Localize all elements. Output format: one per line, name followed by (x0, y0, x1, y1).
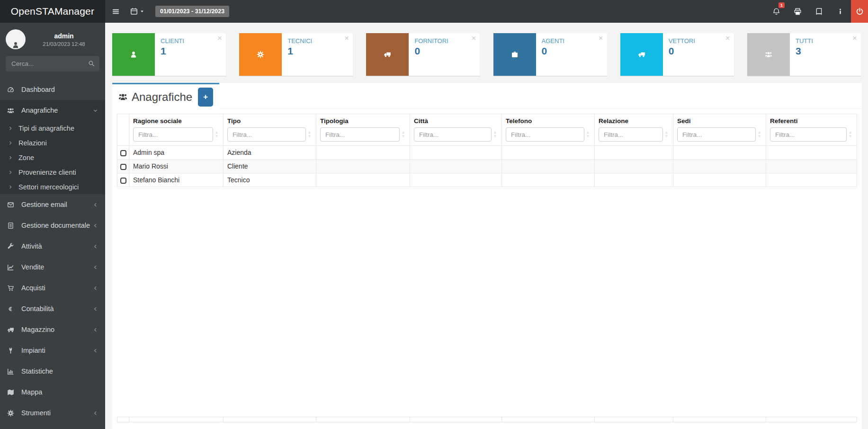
filter-input-relazione[interactable] (599, 127, 663, 142)
table-cell[interactable]: Tecnico (224, 173, 316, 187)
close-icon[interactable]: × (471, 34, 476, 43)
stat-card-tecnici[interactable]: TECNICI1× (239, 33, 353, 76)
sidebar-item-contabilita[interactable]: Contabilità (0, 298, 105, 319)
sort-carets-icon[interactable]: ▲▼ (492, 127, 499, 138)
stat-card-value: 0 (542, 45, 603, 57)
stat-card-fornitori[interactable]: FORNITORI0× (366, 33, 480, 76)
column-header-citta: Città▲▼ (410, 114, 502, 146)
column-header-referenti: Referenti▲▼ (766, 114, 857, 146)
table-row[interactable]: Mario RossiCliente (117, 160, 857, 173)
column-label: Sedi (677, 117, 763, 125)
table-cell[interactable] (502, 173, 595, 187)
sidebar-item-statistiche[interactable]: Statistiche (0, 361, 105, 382)
sort-carets-icon[interactable]: ▲▼ (584, 127, 591, 138)
filter-input-ragione-sociale[interactable] (133, 127, 213, 142)
table-cell[interactable] (673, 173, 766, 187)
table-cell[interactable] (673, 146, 766, 160)
table-cell[interactable]: Cliente (224, 160, 316, 173)
search-input[interactable] (6, 56, 99, 72)
sidebar-item-strumenti[interactable]: Strumenti (0, 402, 105, 423)
sidebar-toggle-button[interactable] (105, 0, 126, 23)
sort-carets-icon[interactable]: ▲▼ (756, 127, 763, 138)
table-cell[interactable]: Stefano Bianchi (129, 173, 224, 187)
table-cell[interactable] (316, 173, 410, 187)
angle-right-icon (8, 126, 13, 131)
table-cell[interactable] (502, 146, 595, 160)
table-cell[interactable] (595, 173, 673, 187)
panel-body: Ragione sociale▲▼Tipo▲▼Tipologia▲▼Città▲… (112, 109, 862, 192)
stat-card-tutti[interactable]: TUTTI3× (747, 33, 861, 76)
sidebar-menu: DashboardAnagraficheTipi di anagraficheR… (0, 79, 105, 423)
info-button[interactable] (830, 0, 851, 23)
chevron-left-icon (93, 327, 98, 332)
close-icon[interactable]: × (852, 34, 857, 43)
filter-input-referenti[interactable] (770, 127, 847, 142)
sidebar-item-attivita[interactable]: Attività (0, 236, 105, 257)
notifications-button[interactable]: 1 (766, 0, 787, 23)
table-cell[interactable] (316, 160, 410, 173)
table-cell[interactable]: Admin spa (129, 146, 224, 160)
sidebar-item-mappa[interactable]: Mappa (0, 382, 105, 402)
sidebar-subitem-zone[interactable]: Zone (0, 150, 105, 165)
filter-input-sedi[interactable] (677, 127, 756, 142)
close-icon[interactable]: × (599, 34, 603, 43)
docs-button[interactable] (808, 0, 830, 23)
tab-anagrafiche[interactable]: Anagrafiche + (112, 83, 219, 109)
table-cell[interactable] (316, 146, 410, 160)
table-cell[interactable] (595, 146, 673, 160)
filter-input-citta[interactable] (414, 127, 492, 142)
sort-carets-icon[interactable]: ▲▼ (400, 127, 407, 138)
add-record-button[interactable]: + (198, 88, 213, 107)
table-cell[interactable]: Mario Rossi (129, 160, 224, 173)
stat-card-value: 1 (287, 45, 349, 57)
close-icon[interactable]: × (217, 34, 222, 43)
period-selector-button[interactable] (126, 0, 149, 23)
stat-card-vettori[interactable]: VETTORI0× (620, 33, 734, 76)
table-cell[interactable] (410, 173, 502, 187)
table-cell[interactable] (766, 160, 857, 173)
row-checkbox[interactable] (120, 164, 126, 170)
sidebar-subitem-tipi-di-anagrafiche[interactable]: Tipi di anagrafiche (0, 121, 105, 135)
stat-card-clienti[interactable]: CLIENTI1× (112, 33, 226, 76)
app-logo[interactable]: OpenSTAManager (0, 0, 105, 23)
stat-card-agenti[interactable]: AGENTI0× (493, 33, 607, 76)
sidebar-item-impianti[interactable]: Impianti (0, 340, 105, 361)
table-cell[interactable] (766, 146, 857, 160)
date-range-badge[interactable]: 01/01/2023 - 31/12/2023 (155, 6, 229, 17)
sidebar-subitem-settori-merceologici[interactable]: Settori merceologici (0, 179, 105, 194)
stat-card-label: VETTORI (669, 37, 730, 45)
close-icon[interactable]: × (725, 34, 730, 43)
sidebar-item-acquisti[interactable]: Acquisti (0, 277, 105, 298)
sidebar-item-anagrafiche[interactable]: Anagrafiche (0, 100, 105, 121)
table-cell[interactable] (502, 160, 595, 173)
table-cell[interactable] (766, 173, 857, 187)
sidebar-item-gestione-documentale[interactable]: Gestione documentale (0, 215, 105, 236)
sidebar-item-gestione-email[interactable]: Gestione email (0, 194, 105, 215)
filter-input-tipologia[interactable] (320, 127, 400, 142)
table-cell[interactable] (595, 160, 673, 173)
filter-input-telefono[interactable] (506, 127, 584, 142)
sidebar-item-magazzino[interactable]: Magazzino (0, 319, 105, 340)
person-icon (130, 51, 137, 58)
sort-carets-icon[interactable]: ▲▼ (847, 127, 854, 138)
table-cell[interactable]: Azienda (224, 146, 316, 160)
row-checkbox[interactable] (120, 178, 126, 184)
print-button[interactable] (787, 0, 808, 23)
sidebar-subitem-relazioni[interactable]: Relazioni (0, 135, 105, 150)
sort-carets-icon[interactable]: ▲▼ (213, 127, 220, 138)
close-icon[interactable]: × (344, 34, 349, 43)
sidebar-item-vendite[interactable]: Vendite (0, 257, 105, 277)
table-row[interactable]: Stefano BianchiTecnico (117, 173, 857, 187)
row-checkbox[interactable] (120, 150, 126, 156)
sidebar-subitem-provenienze-clienti[interactable]: Provenienze clienti (0, 165, 105, 179)
sidebar-item-label: Strumenti (21, 409, 51, 417)
table-cell[interactable] (410, 146, 502, 160)
logout-button[interactable] (851, 0, 868, 23)
sort-carets-icon[interactable]: ▲▼ (663, 127, 670, 138)
table-cell[interactable] (410, 160, 502, 173)
table-row[interactable]: Admin spaAzienda (117, 146, 857, 160)
table-cell[interactable] (673, 160, 766, 173)
filter-input-tipo[interactable] (227, 127, 306, 142)
sidebar-item-dashboard[interactable]: Dashboard (0, 79, 105, 100)
sort-carets-icon[interactable]: ▲▼ (306, 127, 313, 138)
